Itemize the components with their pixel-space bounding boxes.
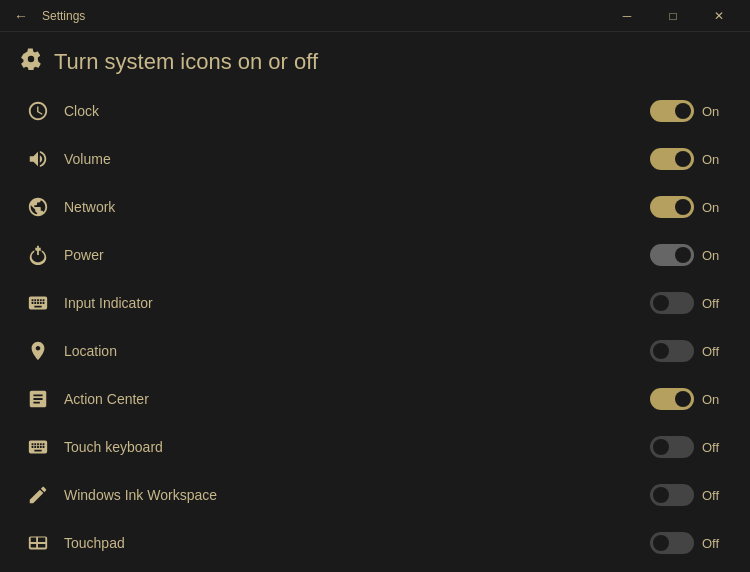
volume-toggle-knob [675, 151, 691, 167]
volume-icon [20, 148, 56, 170]
setting-row-network: Network On [20, 183, 730, 231]
title-bar-controls: ─ □ ✕ [604, 0, 742, 32]
touch-keyboard-toggle[interactable] [650, 436, 694, 458]
clock-icon [20, 100, 56, 122]
setting-row-windows-ink: Windows Ink Workspace Off [20, 471, 730, 519]
action-center-toggle-knob [675, 391, 691, 407]
title-bar-title: Settings [42, 9, 85, 23]
network-toggle[interactable] [650, 196, 694, 218]
power-toggle-label: On [702, 248, 726, 263]
minimize-button[interactable]: ─ [604, 0, 650, 32]
touch-keyboard-toggle-label: Off [702, 440, 726, 455]
setting-row-touchpad: Touchpad Off [20, 519, 730, 567]
touchpad-toggle-area: Off [650, 532, 730, 554]
action-center-icon [20, 388, 56, 410]
gear-icon [20, 48, 42, 75]
action-center-label: Action Center [56, 391, 650, 407]
touchpad-toggle-knob [653, 535, 669, 551]
touch-keyboard-label: Touch keyboard [56, 439, 650, 455]
power-toggle-knob [675, 247, 691, 263]
windows-ink-label: Windows Ink Workspace [56, 487, 650, 503]
title-bar: ← Settings ─ □ ✕ [0, 0, 750, 32]
input-indicator-toggle[interactable] [650, 292, 694, 314]
network-label: Network [56, 199, 650, 215]
clock-toggle-knob [675, 103, 691, 119]
location-toggle-knob [653, 343, 669, 359]
windows-ink-toggle-area: Off [650, 484, 730, 506]
clock-label: Clock [56, 103, 650, 119]
clock-toggle[interactable] [650, 100, 694, 122]
network-toggle-label: On [702, 200, 726, 215]
touch-keyboard-toggle-knob [653, 439, 669, 455]
touchpad-label: Touchpad [56, 535, 650, 551]
power-icon [20, 244, 56, 266]
location-toggle-area: Off [650, 340, 730, 362]
volume-toggle[interactable] [650, 148, 694, 170]
touchpad-toggle-label: Off [702, 536, 726, 551]
clock-toggle-area: On [650, 100, 730, 122]
setting-row-action-center: Action Center On [20, 375, 730, 423]
clock-toggle-label: On [702, 104, 726, 119]
location-icon [20, 340, 56, 362]
setting-row-volume: Volume On [20, 135, 730, 183]
windows-ink-icon [20, 484, 56, 506]
setting-row-clock: Clock On [20, 87, 730, 135]
action-center-toggle-label: On [702, 392, 726, 407]
input-indicator-label: Input Indicator [56, 295, 650, 311]
volume-label: Volume [56, 151, 650, 167]
back-button[interactable]: ← [8, 6, 34, 26]
touch-keyboard-icon [20, 436, 56, 458]
windows-ink-toggle-label: Off [702, 488, 726, 503]
touchpad-icon [20, 532, 56, 554]
network-icon [20, 196, 56, 218]
network-toggle-knob [675, 199, 691, 215]
input-indicator-icon [20, 292, 56, 314]
settings-list: Clock On Volume On Network [0, 87, 750, 567]
location-toggle[interactable] [650, 340, 694, 362]
input-indicator-toggle-label: Off [702, 296, 726, 311]
touch-keyboard-toggle-area: Off [650, 436, 730, 458]
action-center-toggle-area: On [650, 388, 730, 410]
location-toggle-label: Off [702, 344, 726, 359]
close-button[interactable]: ✕ [696, 0, 742, 32]
setting-row-location: Location Off [20, 327, 730, 375]
maximize-button[interactable]: □ [650, 0, 696, 32]
power-toggle-area: On [650, 244, 730, 266]
setting-row-input-indicator: Input Indicator Off [20, 279, 730, 327]
setting-row-touch-keyboard: Touch keyboard Off [20, 423, 730, 471]
volume-toggle-area: On [650, 148, 730, 170]
input-indicator-toggle-area: Off [650, 292, 730, 314]
page-header: Turn system icons on or off [0, 32, 750, 87]
volume-toggle-label: On [702, 152, 726, 167]
network-toggle-area: On [650, 196, 730, 218]
input-indicator-toggle-knob [653, 295, 669, 311]
touchpad-toggle[interactable] [650, 532, 694, 554]
setting-row-power: Power On [20, 231, 730, 279]
power-toggle[interactable] [650, 244, 694, 266]
power-label: Power [56, 247, 650, 263]
action-center-toggle[interactable] [650, 388, 694, 410]
location-label: Location [56, 343, 650, 359]
title-bar-left: ← Settings [8, 6, 85, 26]
windows-ink-toggle[interactable] [650, 484, 694, 506]
page-title: Turn system icons on or off [54, 49, 318, 75]
windows-ink-toggle-knob [653, 487, 669, 503]
